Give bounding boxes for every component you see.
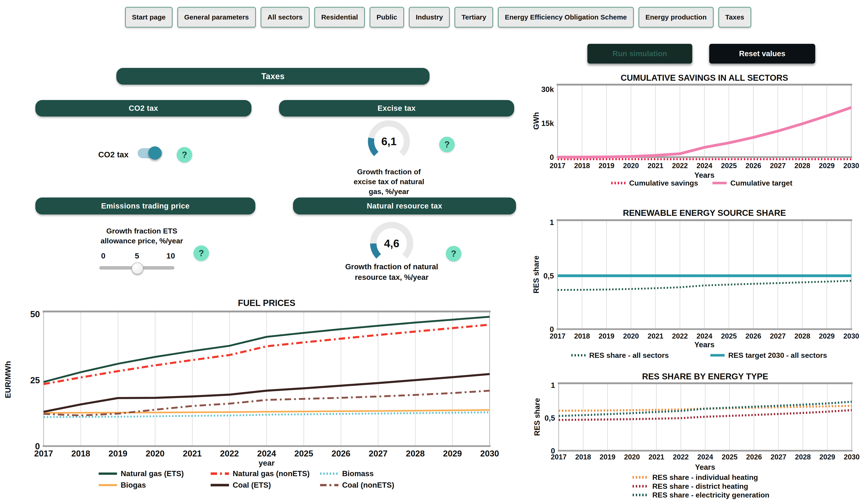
run-simulation-button[interactable]: Run simulation xyxy=(587,44,692,64)
cumulative-x-tick: 2025 xyxy=(721,162,737,170)
fuel-x-tick: 2025 xyxy=(294,449,313,458)
ets-slider-caption: Growth fraction ETS allowance price, %/y… xyxy=(96,226,188,246)
nav-button-general-parameters[interactable]: General parameters xyxy=(177,7,256,28)
cumulative-legend-label-cumulative-target: Cumulative target xyxy=(730,179,793,187)
fuel-x-tick: 2018 xyxy=(71,449,90,458)
ets-allowance-slider[interactable] xyxy=(99,266,174,270)
cumulative-x-axis-label: Years xyxy=(694,171,714,179)
cumulative-y-tick: 0 xyxy=(550,153,554,161)
res_share-y-tick: 0 xyxy=(550,325,554,334)
fuel-chart-title: FUEL PRICES xyxy=(238,298,296,308)
fuel-x-tick: 2027 xyxy=(369,449,388,458)
cumulative-x-tick: 2018 xyxy=(574,162,590,170)
fuel-x-tick: 2020 xyxy=(146,449,165,458)
fuel-legend-label-coal-ets-: Coal (ETS) xyxy=(232,481,271,489)
res_share-x-axis-label: Years xyxy=(694,340,714,349)
fuel-series-biogas xyxy=(44,410,490,413)
fuel-legend-label-coal-nonets-: Coal (nonETS) xyxy=(342,481,394,489)
res_by_type-x-tick: 2030 xyxy=(844,453,860,461)
cumulative-x-tick: 2020 xyxy=(623,162,639,170)
nav-button-residential[interactable]: Residential xyxy=(314,7,365,28)
res_by_type-chart-title: RES SHARE BY ENERGY TYPE xyxy=(642,372,768,381)
res_by_type-x-tick: 2029 xyxy=(819,453,835,461)
fuel-x-tick: 2024 xyxy=(257,449,276,458)
fuel-y-tick: 50 xyxy=(30,310,40,319)
res_by_type-series-res-share-district-heating xyxy=(559,410,852,420)
cumulative-x-tick: 2021 xyxy=(648,162,663,170)
res_by_type-x-axis-label: Years xyxy=(695,463,715,471)
nav-button-start-page[interactable]: Start page xyxy=(125,7,173,28)
fuel-series-coal-ets- xyxy=(44,374,490,412)
res_by_type-legend-label-res-share-district-heating: RES share - district heating xyxy=(652,482,748,490)
res_by_type-series-res-share-electricity-generation xyxy=(559,402,852,416)
res_share-x-tick: 2018 xyxy=(574,332,590,340)
res_share-chart-title: RENEWABLE ENERGY SOURCE SHARE xyxy=(623,208,786,218)
cumulative-x-tick: 2027 xyxy=(770,162,786,170)
co2-tax-toggle-label: CO2 tax xyxy=(98,150,128,159)
res_by_type-x-tick: 2024 xyxy=(697,453,713,461)
fuel-y-tick: 25 xyxy=(30,376,40,385)
section-header-emissions-trading-price: Emissions trading price xyxy=(35,198,255,214)
res_by_type-chart: 00,5120172018201920202021202220242025202… xyxy=(533,372,859,499)
nav-button-public[interactable]: Public xyxy=(370,7,404,28)
res_share-x-tick: 2017 xyxy=(550,332,566,340)
res_share-legend-label-res-target-2030-all-sectors: RES target 2030 - all sectors xyxy=(728,351,827,359)
nav-button-energy-production[interactable]: Energy production xyxy=(639,7,714,28)
excise-gauge-caption: Growth fraction of excise tax of natural… xyxy=(348,167,430,197)
nav-button-energy-efficiency-obligation-scheme[interactable]: Energy Efficiency Obligation Scheme xyxy=(498,7,634,28)
fuel-x-tick: 2019 xyxy=(108,449,127,458)
fuel-chart: 0255020172018201920202021202220242025202… xyxy=(3,298,499,489)
resource-gauge-caption: Growth fraction of natural resource tax,… xyxy=(341,261,442,283)
res_by_type-legend-label-res-share-individual-heating: RES share - individual heating xyxy=(652,473,758,481)
nav-bar: Start pageGeneral parametersAll sectorsR… xyxy=(125,7,751,28)
nav-button-tertiary[interactable]: Tertiary xyxy=(455,7,493,28)
fuel-x-tick: 2028 xyxy=(406,449,425,458)
res_share-x-tick: 2024 xyxy=(696,332,713,340)
cumulative-series-cumulative-target xyxy=(558,107,851,157)
fuel-series-natural-gas-ets- xyxy=(44,317,490,382)
fuel-x-tick: 2017 xyxy=(34,449,53,458)
excise-tax-gauge[interactable]: 6,1 xyxy=(371,123,407,154)
nav-button-all-sectors[interactable]: All sectors xyxy=(261,7,310,28)
cumulative-chart-title: CUMULATIVE SAVINGS IN ALL SECTORS xyxy=(621,73,788,83)
res_by_type-x-tick: 2021 xyxy=(649,453,664,461)
section-header-excise-tax: Excise tax xyxy=(279,100,514,116)
ets-slider-tick-5: 5 xyxy=(130,251,144,260)
res_share-y-axis-label: RES share xyxy=(532,255,540,293)
res_by_type-y-tick: 0,5 xyxy=(545,414,555,422)
excise-tax-help-button[interactable]: ? xyxy=(439,137,455,152)
res_share-legend-label-res-share-all-sectors: RES share - all sectors xyxy=(589,351,669,359)
res_share-x-tick: 2019 xyxy=(599,332,614,340)
co2-tax-toggle-knob[interactable] xyxy=(148,146,162,160)
fuel-legend-label-biogas: Biogas xyxy=(121,481,146,489)
fuel-x-axis-label: year xyxy=(259,459,275,467)
res_by_type-x-tick: 2026 xyxy=(746,453,762,461)
cumulative-x-tick: 2024 xyxy=(696,162,713,170)
cumulative-y-tick: 30k xyxy=(541,85,554,94)
ets-allowance-slider-knob[interactable] xyxy=(132,262,143,274)
nav-button-industry[interactable]: Industry xyxy=(409,7,450,28)
co2-tax-help-button[interactable]: ? xyxy=(177,147,192,163)
reset-values-button[interactable]: Reset values xyxy=(709,44,815,64)
res_by_type-x-tick: 2027 xyxy=(771,453,786,461)
co2-tax-toggle[interactable] xyxy=(138,148,163,158)
res_share-x-tick: 2022 xyxy=(672,332,688,340)
natural-resource-tax-help-button[interactable]: ? xyxy=(446,246,462,261)
res_share-x-tick: 2030 xyxy=(844,332,859,340)
fuel-legend-label-natural-gas-nonets-: Natural gas (nonETS) xyxy=(232,469,310,478)
res_share-x-tick: 2026 xyxy=(745,332,761,340)
nav-button-taxes[interactable]: Taxes xyxy=(719,7,751,28)
res_by_type-x-tick: 2025 xyxy=(722,453,737,461)
cumulative-x-tick: 2017 xyxy=(550,162,566,170)
section-header-natural-resource-tax: Natural resource tax xyxy=(293,198,516,214)
ets-price-help-button[interactable]: ? xyxy=(194,245,209,261)
res_share-x-tick: 2029 xyxy=(819,332,835,340)
res_by_type-x-tick: 2019 xyxy=(600,453,616,461)
natural-resource-tax-gauge[interactable]: 4,6 xyxy=(373,225,410,256)
res_by_type-x-tick: 2022 xyxy=(673,453,689,461)
res_share-x-tick: 2020 xyxy=(623,332,639,340)
res_by_type-y-tick: 0 xyxy=(551,447,555,455)
res_by_type-x-tick: 2017 xyxy=(551,453,567,461)
fuel-y-axis-label: EUR/MWh xyxy=(3,361,12,398)
fuel-legend-label-natural-gas-ets-: Natural gas (ETS) xyxy=(121,469,184,478)
